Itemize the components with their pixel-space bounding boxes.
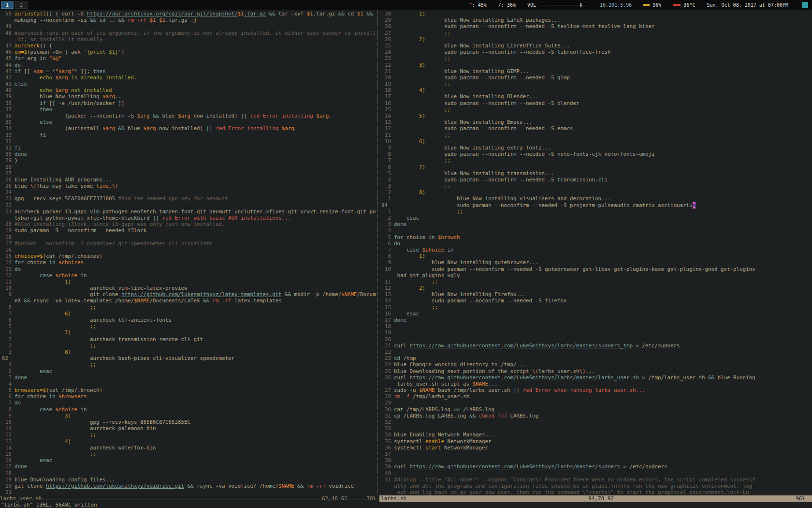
line-number: 25 bbox=[381, 368, 391, 374]
line-number: 3 bbox=[381, 183, 391, 189]
code-line: 5for choice in $browch bbox=[381, 234, 812, 240]
line-number: 44 bbox=[2, 62, 12, 68]
vim-window-larbs-user[interactable]: 50aurinstall() { curl -O https://aur.arc… bbox=[2, 11, 376, 495]
code-line: 12 sudo pacman --noconfirm --needed -S e… bbox=[381, 125, 812, 132]
code-token: blue bbox=[125, 125, 144, 132]
code-token: fi bbox=[40, 132, 46, 138]
code-token: for bbox=[14, 393, 24, 400]
line-number: 10 bbox=[381, 138, 391, 145]
code-token: && bbox=[708, 374, 714, 381]
line-number: 17 bbox=[2, 463, 12, 470]
workspace-button-2[interactable]: 2 bbox=[15, 1, 28, 9]
code-line: 25blue \(This may take some time.\) bbox=[2, 183, 376, 189]
line-number: 6 bbox=[2, 393, 12, 400]
code-token: (packer --noconfirm -S bbox=[14, 113, 137, 119]
code-token: done bbox=[394, 221, 406, 227]
code-line: 5browsers=$(cat /tmp/.browch) bbox=[2, 387, 376, 393]
line-number: 40 bbox=[381, 470, 391, 477]
line-number: 34 bbox=[381, 432, 391, 438]
code-token: /LARBS.log bbox=[460, 406, 495, 413]
line-number: 13 bbox=[2, 266, 12, 272]
code-line: 7do bbox=[2, 400, 376, 406]
code-line: 32 bbox=[2, 138, 376, 145]
code-line: 49 bbox=[2, 23, 376, 30]
code-line: 13 blue Now installing Firefox... bbox=[381, 291, 812, 298]
code-line: 33 fi bbox=[2, 132, 376, 138]
line-number: 14 bbox=[381, 298, 391, 304]
code-line: 16 esac bbox=[381, 311, 812, 317]
line-number: 47 bbox=[2, 43, 12, 49]
code-token: blue Now installing Firefox... bbox=[394, 291, 526, 298]
code-line: -bad gst-plugins-ugly bbox=[381, 272, 812, 279]
code-token: not installed bbox=[68, 87, 112, 93]
code-token: () { curl -O bbox=[46, 11, 87, 17]
code-token: qm=$( bbox=[14, 49, 30, 55]
volume-slider-handle[interactable] bbox=[580, 3, 581, 7]
code-line: 13 blue Now installing Emacs... bbox=[381, 119, 812, 125]
code-token: ) bbox=[121, 49, 125, 55]
code-token bbox=[394, 209, 457, 215]
code-line: 22 bbox=[381, 349, 812, 355]
code-token: done bbox=[14, 151, 27, 157]
line-number: 33 bbox=[2, 132, 12, 138]
code-token: https://raw.githubusercontent.com/LukeSm… bbox=[410, 463, 621, 470]
code-token: cd bbox=[348, 11, 354, 17]
code-line: 17 blue Now installing Blender... bbox=[381, 93, 812, 100]
code-token: && bbox=[118, 125, 125, 132]
vim-editor: 50aurinstall() { curl -O https://aur.arc… bbox=[0, 10, 812, 508]
line-number: 46 bbox=[2, 49, 12, 55]
line-number: 3 bbox=[2, 336, 12, 343]
code-token bbox=[14, 368, 40, 374]
line-number: 6 bbox=[381, 240, 391, 247]
code-token: #Add the needed gpg key for neomutt bbox=[118, 195, 229, 202]
code-token: $arg bbox=[178, 113, 190, 119]
line-number: 20 bbox=[381, 75, 391, 81]
code-token: curl bbox=[394, 463, 410, 470]
line-number: 28 bbox=[381, 23, 391, 30]
volume-slider[interactable] bbox=[540, 3, 588, 7]
code-token: choice bbox=[24, 393, 49, 400]
vim-command-line: "larbs.sh" 136L, 5648C written bbox=[1, 502, 812, 508]
code-token: $1 bbox=[150, 17, 156, 23]
code-line: 8 ;; bbox=[2, 304, 376, 311]
code-token: case bbox=[406, 247, 419, 253]
code-line: 1 ;; bbox=[381, 209, 812, 215]
code-token: ;; bbox=[444, 157, 450, 164]
line-number: 29 bbox=[381, 17, 391, 23]
code-token: if bbox=[40, 100, 46, 106]
code-token: ... bbox=[115, 93, 125, 100]
code-line: 16 sudo pacman --noconfirm --needed -S b… bbox=[381, 100, 812, 106]
code-token: lybar-git python-pywal xfce-theme-blackb… bbox=[14, 215, 153, 221]
line-number: 12 bbox=[2, 432, 12, 438]
code-token bbox=[14, 119, 40, 125]
workspace-button-1[interactable]: 1 bbox=[1, 1, 14, 9]
line-number: 20 bbox=[381, 336, 391, 343]
code-token: blue Changin working directory to /tmp/.… bbox=[394, 361, 526, 368]
code-token: pacman -Qm bbox=[30, 49, 65, 55]
code-token: aurcheck packer i3-gaps vim-pathogen neo… bbox=[14, 209, 376, 215]
code-token bbox=[394, 189, 419, 195]
code-line: 7 case $choice in bbox=[381, 247, 812, 253]
line-number: 2 bbox=[381, 189, 391, 195]
window-separator[interactable] bbox=[377, 10, 378, 495]
line-number: 31 bbox=[381, 413, 391, 419]
code-token: 6) bbox=[419, 138, 425, 145]
code-line: 17done bbox=[381, 317, 812, 323]
code-token: blue Now installing Blender... bbox=[394, 93, 538, 100]
code-token: ;; bbox=[90, 451, 96, 457]
code-token: is already installed. bbox=[68, 75, 137, 81]
code-token: do bbox=[14, 62, 21, 68]
code-token: '{print $1}' bbox=[84, 49, 121, 55]
line-number: 23 bbox=[381, 55, 391, 61]
line-number: 21 bbox=[381, 343, 391, 349]
line-number: 41 bbox=[381, 477, 391, 483]
code-token: do bbox=[14, 266, 21, 272]
code-token: $NAME bbox=[473, 381, 489, 387]
vim-window-larbs[interactable]: 30 1)29 blue Now installing LaTeX packag… bbox=[381, 11, 812, 495]
code-line: 17done bbox=[2, 463, 376, 470]
tray-icon[interactable] bbox=[802, 2, 808, 8]
line-number: 21 bbox=[2, 209, 12, 215]
volume-module: VOL bbox=[527, 2, 588, 8]
code-line: 29 blue Now installing LaTeX packages... bbox=[381, 17, 812, 23]
code-token bbox=[14, 451, 90, 457]
